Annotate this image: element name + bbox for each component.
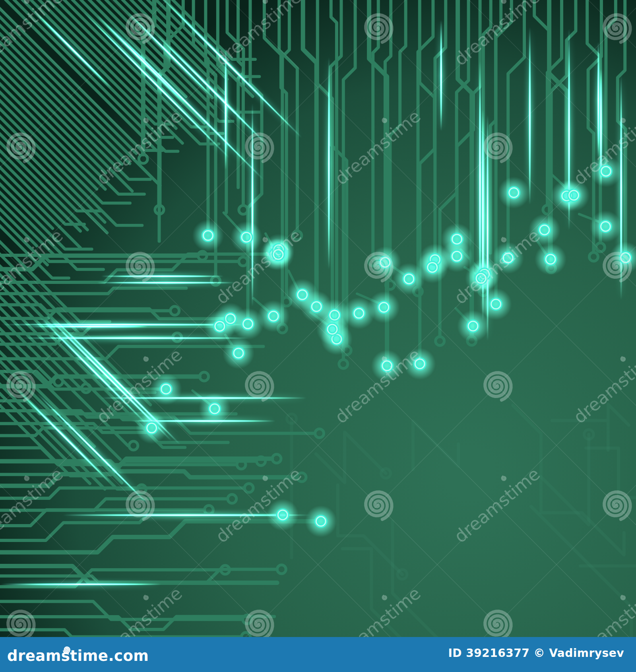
watermark-footer-bar: dreamstime.com ID 39216377 © Vadimrysev: [0, 637, 636, 672]
image-credit: ID 39216377 © Vadimrysev: [448, 647, 624, 660]
dreamstime-logo: dreamstime.com: [7, 649, 149, 663]
stock-image-preview: dreamstime.com ID 39216377 © Vadimrysev: [0, 0, 636, 672]
dreamstime-logo-text: dreamstime.com: [7, 647, 149, 664]
circuit-board-artwork: [0, 0, 636, 637]
spiral-icon: [62, 642, 72, 652]
